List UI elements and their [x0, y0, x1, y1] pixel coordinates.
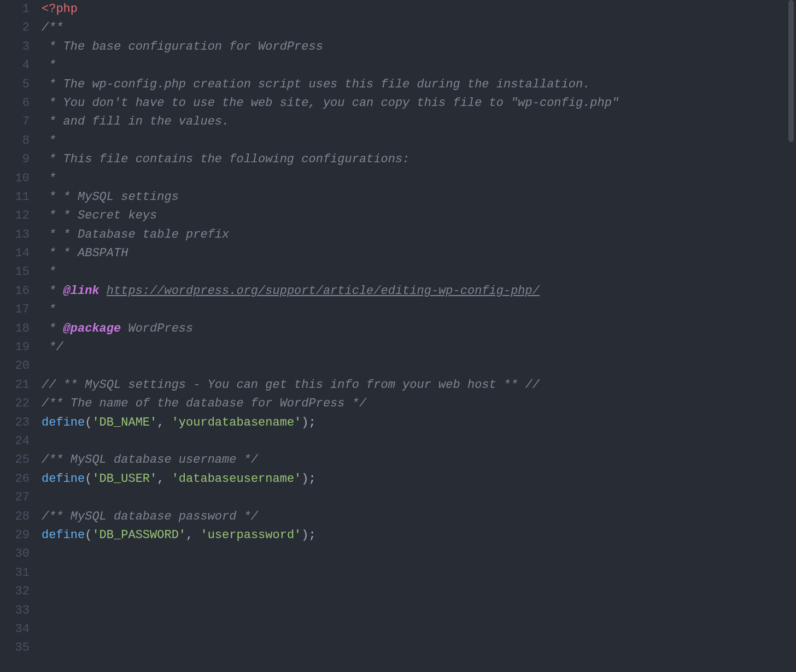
line-number: 17: [0, 300, 30, 319]
code-token: );: [301, 416, 315, 429]
code-token: define: [42, 472, 85, 486]
line-number: 15: [0, 263, 30, 281]
code-token: [99, 284, 107, 298]
code-line[interactable]: define('DB_NAME', 'yourdatabasename');: [42, 414, 796, 432]
line-number: 7: [0, 113, 30, 131]
code-line[interactable]: [42, 564, 796, 582]
code-token: * This file contains the following confi…: [42, 152, 409, 166]
code-line[interactable]: * * Secret keys: [42, 207, 796, 225]
code-token: 'DB_USER': [92, 472, 157, 486]
code-line[interactable]: * The wp-config.php creation script uses…: [42, 75, 796, 94]
code-line[interactable]: [42, 545, 796, 563]
code-token: ,: [186, 528, 200, 542]
code-line[interactable]: /** The name of the database for WordPre…: [42, 394, 796, 413]
code-line[interactable]: * and fill in the values.: [42, 113, 796, 131]
code-token: /** MySQL database username */: [42, 453, 258, 467]
code-line[interactable]: define('DB_PASSWORD', 'userpassword');: [42, 526, 796, 545]
line-number: 25: [0, 451, 30, 469]
code-line[interactable]: [42, 582, 796, 601]
code-token: * The base configuration for WordPress: [42, 40, 323, 54]
code-line[interactable]: * * Database table prefix: [42, 226, 796, 244]
code-token: * You don't have to use the web site, yo…: [42, 96, 619, 110]
code-token: );: [301, 528, 315, 542]
line-number: 33: [0, 602, 30, 620]
line-number: 29: [0, 526, 30, 545]
code-token: (: [85, 528, 92, 542]
code-line[interactable]: * This file contains the following confi…: [42, 150, 796, 169]
code-token: );: [301, 472, 315, 486]
code-area[interactable]: <?php/** * The base configuration for Wo…: [37, 0, 796, 672]
code-line[interactable]: /**: [42, 19, 796, 37]
code-token: *: [42, 172, 56, 185]
code-line[interactable]: *: [42, 56, 796, 75]
line-number: 11: [0, 188, 30, 207]
code-line[interactable]: * * ABSPATH: [42, 244, 796, 263]
line-number: 9: [0, 150, 30, 169]
code-token: /**: [42, 21, 63, 34]
code-token: https://wordpress.org/support/article/ed…: [107, 284, 540, 298]
code-token: * * Database table prefix: [42, 228, 229, 241]
code-line[interactable]: * * MySQL settings: [42, 188, 796, 207]
code-token: * and fill in the values.: [42, 115, 229, 128]
code-token: *: [42, 265, 56, 279]
code-line[interactable]: * @link https://wordpress.org/support/ar…: [42, 282, 796, 300]
line-number: 35: [0, 639, 30, 657]
line-number: 19: [0, 338, 30, 357]
code-line[interactable]: * @package WordPress: [42, 320, 796, 338]
code-token: // ** MySQL settings - You can get this …: [42, 378, 540, 392]
line-number: 32: [0, 582, 30, 601]
line-number: 13: [0, 226, 30, 244]
code-token: *: [42, 58, 56, 72]
code-token: *: [42, 284, 63, 298]
code-token: @package: [63, 322, 121, 335]
code-line[interactable]: [42, 357, 796, 375]
vertical-scrollbar-thumb[interactable]: [788, 0, 794, 142]
code-line[interactable]: // ** MySQL settings - You can get this …: [42, 376, 796, 394]
code-line[interactable]: [42, 432, 796, 451]
code-token: ,: [157, 472, 171, 486]
code-token: @link: [63, 284, 99, 298]
code-line[interactable]: *: [42, 169, 796, 188]
code-editor[interactable]: 1234567891011121314151617181920212223242…: [0, 0, 796, 672]
code-token: 'DB_NAME': [92, 416, 157, 429]
line-number: 21: [0, 376, 30, 394]
code-token: * * ABSPATH: [42, 246, 128, 260]
line-number: 8: [0, 132, 30, 150]
code-line[interactable]: *: [42, 300, 796, 319]
code-token: ,: [157, 416, 171, 429]
code-token: define: [42, 416, 85, 429]
code-token: *: [42, 303, 56, 316]
code-token: /** The name of the database for WordPre…: [42, 397, 366, 410]
code-token: * * MySQL settings: [42, 190, 179, 204]
line-number: 23: [0, 414, 30, 432]
code-line[interactable]: /** MySQL database username */: [42, 451, 796, 469]
line-number: 26: [0, 470, 30, 488]
line-number: 16: [0, 282, 30, 300]
code-line[interactable]: * The base configuration for WordPress: [42, 38, 796, 56]
code-line[interactable]: [42, 602, 796, 620]
code-line[interactable]: *: [42, 132, 796, 150]
code-token: * * Secret keys: [42, 209, 157, 222]
line-number: 18: [0, 320, 30, 338]
code-line[interactable]: define('DB_USER', 'databaseusername');: [42, 470, 796, 488]
code-token: <?php: [42, 2, 78, 16]
code-token: * The wp-config.php creation script uses…: [42, 78, 590, 91]
line-number-gutter: 1234567891011121314151617181920212223242…: [0, 0, 37, 672]
code-token: 'userpassword': [200, 528, 301, 542]
code-token: 'yourdatabasename': [172, 416, 302, 429]
line-number: 12: [0, 207, 30, 225]
code-token: /** MySQL database password */: [42, 510, 258, 523]
code-line[interactable]: /** MySQL database password */: [42, 508, 796, 526]
code-line[interactable]: [42, 639, 796, 657]
code-line[interactable]: * You don't have to use the web site, yo…: [42, 94, 796, 113]
code-line[interactable]: *: [42, 263, 796, 281]
code-line[interactable]: */: [42, 338, 796, 357]
line-number: 3: [0, 38, 30, 56]
code-line[interactable]: [42, 620, 796, 639]
line-number: 22: [0, 394, 30, 413]
line-number: 34: [0, 620, 30, 639]
line-number: 27: [0, 488, 30, 507]
code-line[interactable]: <?php: [42, 0, 796, 19]
code-token: *: [42, 322, 63, 335]
code-line[interactable]: [42, 488, 796, 507]
